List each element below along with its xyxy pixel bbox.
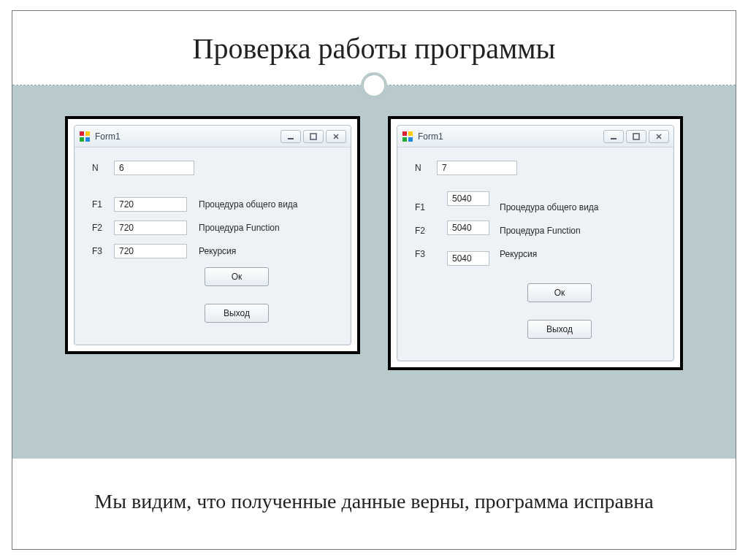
input-n[interactable]: 6 bbox=[114, 161, 194, 175]
input-f2[interactable]: 720 bbox=[114, 220, 187, 235]
close-button[interactable] bbox=[326, 130, 346, 143]
panel-left: Form1 N 6 F1 720 Процедура о bbox=[65, 116, 360, 354]
desc-f1: Процедура общего вида bbox=[199, 199, 337, 210]
desc-f3: Рекурсия bbox=[500, 244, 599, 264]
app-icon bbox=[79, 131, 91, 142]
label-n: N bbox=[92, 163, 114, 173]
window-title: Form1 bbox=[95, 131, 280, 142]
desc-f2: Процедура Function bbox=[199, 223, 337, 233]
row-n: N 6 bbox=[92, 161, 337, 175]
svg-rect-0 bbox=[288, 138, 294, 139]
input-f1[interactable]: 5040 bbox=[447, 191, 489, 206]
desc-f2: Процедура Function bbox=[500, 220, 599, 241]
label-f3: F3 bbox=[92, 246, 114, 256]
exit-button[interactable]: Выход bbox=[527, 320, 592, 339]
input-f3[interactable]: 720 bbox=[114, 244, 187, 258]
footer-text: Мы видим, что полученные данные верны, п… bbox=[94, 488, 653, 515]
button-row-ok: Ок bbox=[92, 267, 337, 296]
divider bbox=[12, 85, 736, 85]
label-f1: F1 bbox=[415, 197, 437, 218]
maximize-button[interactable] bbox=[626, 130, 646, 143]
window-controls bbox=[603, 130, 669, 143]
button-row-ok: Ок bbox=[415, 283, 660, 312]
footer-caption: Мы видим, что полученные данные верны, п… bbox=[12, 459, 736, 545]
label-f2: F2 bbox=[92, 223, 114, 233]
window-controls bbox=[280, 130, 346, 143]
svg-rect-5 bbox=[633, 134, 639, 139]
app-icon bbox=[402, 131, 413, 142]
minimize-button[interactable] bbox=[280, 130, 301, 143]
panel-right: Form1 N 7 F1 F2 bbox=[388, 116, 683, 370]
svg-rect-1 bbox=[310, 134, 316, 139]
button-row-exit: Выход bbox=[92, 304, 337, 333]
title-area: Проверка работы программы bbox=[12, 11, 736, 79]
circle-decoration bbox=[361, 72, 387, 99]
input-n[interactable]: 7 bbox=[437, 161, 517, 175]
body-area: Form1 N 6 F1 720 Процедура о bbox=[12, 85, 736, 459]
close-button[interactable] bbox=[649, 130, 669, 143]
desc-f3: Рекурсия bbox=[199, 246, 337, 256]
ok-button[interactable]: Ок bbox=[527, 283, 592, 302]
window-body-left: N 6 F1 720 Процедура общего вида F2 720 … bbox=[75, 147, 351, 345]
window-title: Form1 bbox=[418, 131, 603, 142]
fields-col: 5040 5040 5040 bbox=[447, 197, 489, 264]
row-f3: F3 720 Рекурсия bbox=[92, 244, 337, 258]
button-row-exit: Выход bbox=[415, 320, 660, 349]
svg-rect-4 bbox=[611, 138, 617, 139]
descs-col: Процедура общего вида Процедура Function… bbox=[500, 197, 599, 264]
row-n: N 7 bbox=[415, 161, 660, 175]
maximize-button[interactable] bbox=[303, 130, 324, 143]
desc-f1: Процедура общего вида bbox=[500, 197, 599, 218]
titlebar-left: Form1 bbox=[75, 126, 351, 147]
input-f2[interactable]: 5040 bbox=[447, 220, 489, 235]
labels-col: F1 F2 F3 bbox=[415, 197, 437, 264]
label-f1: F1 bbox=[92, 199, 114, 210]
app-window-left: Form1 N 6 F1 720 Процедура о bbox=[74, 125, 351, 345]
app-window-right: Form1 N 7 F1 F2 bbox=[397, 125, 674, 361]
minimize-button[interactable] bbox=[603, 130, 624, 143]
row-f1: F1 720 Процедура общего вида bbox=[92, 197, 337, 212]
exit-button[interactable]: Выход bbox=[205, 304, 269, 323]
label-f3: F3 bbox=[415, 244, 437, 264]
titlebar-right: Form1 bbox=[397, 126, 673, 147]
slide: Проверка работы программы Form1 bbox=[12, 10, 736, 550]
input-f1[interactable]: 720 bbox=[114, 197, 187, 212]
slide-title: Проверка работы программы bbox=[12, 31, 736, 66]
label-f2: F2 bbox=[415, 220, 437, 241]
label-n: N bbox=[415, 163, 437, 173]
row-f2: F2 720 Процедура Function bbox=[92, 220, 337, 235]
window-body-right: N 7 F1 F2 F3 5040 5040 5040 bbox=[397, 147, 673, 361]
input-f3[interactable]: 5040 bbox=[447, 251, 489, 266]
ok-button[interactable]: Ок bbox=[205, 267, 269, 286]
results-grid: F1 F2 F3 5040 5040 5040 Процедура общего… bbox=[415, 197, 660, 264]
